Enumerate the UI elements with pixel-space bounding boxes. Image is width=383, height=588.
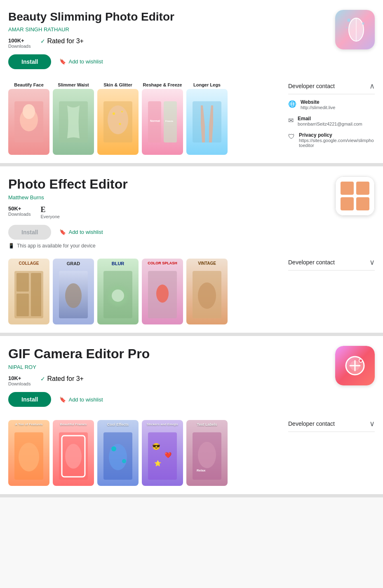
screenshot-img-gif-4: Text Labels Relax	[186, 420, 228, 486]
screenshot-photo-2: BLUR	[97, 259, 139, 324]
screenshot-overlay-gif-3: Stickers and Emojis	[142, 422, 183, 426]
icon-photo-sq-4	[356, 197, 369, 210]
icon-photo-sq-3	[341, 197, 354, 210]
ss-svg-beauty-3: Normal Freeze	[146, 97, 179, 147]
dev-contact-email-beauty: ✉ Email bonnbarriSeitz4221@gmail.com	[288, 116, 375, 126]
screenshot-overlay-photo-3: COLOR SPLASH	[142, 261, 183, 265]
screenshot-gif-2: Cool Effects	[97, 420, 139, 486]
developer-contact-section-beauty: Developer contact ∧ 🌐 Website http://sli…	[280, 78, 375, 154]
dev-contact-text-email-beauty: Email bonnbarriSeitz4221@gmail.com	[298, 116, 375, 126]
wishlist-icon-beauty: 🔖	[59, 58, 66, 65]
developer-contact-header-gif[interactable]: Developer contact ∨	[288, 416, 375, 432]
svg-rect-47	[148, 432, 177, 480]
screenshot-label-beauty-0: Beautify Face	[14, 82, 44, 87]
downloads-value-gif: 10K+	[8, 375, 31, 381]
dev-contact-value-privacy-beauty[interactable]: https://sites.google.com/view/slimphotoe…	[299, 138, 375, 148]
svg-point-24	[65, 283, 82, 308]
svg-rect-18	[193, 101, 221, 142]
svg-point-7	[23, 104, 35, 119]
rating-icon-beauty: ✓	[40, 38, 45, 44]
dev-contact-value-email-beauty[interactable]: bonnbarriSeitz4221@gmail.com	[298, 121, 375, 126]
app-icon-beauty	[335, 10, 375, 49]
app-header-left-photo: Photo Effect Editor Matthew Burns 50K+ D…	[8, 176, 329, 249]
downloads-value-photo: 50K+	[8, 205, 31, 212]
wishlist-button-beauty[interactable]: 🔖 Add to wishlist	[59, 58, 103, 65]
ss-svg-beauty-2	[101, 97, 134, 147]
app-title-gif: GIF Camera Editor Pro	[8, 346, 329, 362]
wishlist-button-gif[interactable]: 🔖 Add to wishlist	[59, 397, 103, 403]
chevron-down-icon-photo: ∨	[369, 258, 375, 267]
rating-text-beauty: Rated for 3+	[47, 37, 84, 45]
available-icon-photo: 📱	[8, 243, 14, 249]
screenshot-label-beauty-3: Reshape & Freeze	[143, 82, 182, 87]
everyone-label-photo: Everyone	[40, 214, 59, 219]
app-content-beauty: Beautify Face Slimmer Waist	[8, 78, 375, 155]
app-content-gif: A Ton of Features Beautiful Frames	[8, 416, 375, 486]
screenshot-beauty-2: Skin & Glitter	[97, 82, 139, 155]
screenshot-gif-1: Beautiful Frames	[53, 420, 94, 486]
icon-gif-bg	[335, 346, 375, 385]
action-row-photo: Install 🔖 Add to wishlist	[8, 225, 329, 240]
svg-rect-20	[16, 273, 29, 292]
developer-contact-section-gif: Developer contact ∨	[280, 416, 375, 432]
developer-contact-title-gif: Developer contact	[288, 420, 335, 427]
svg-point-10	[108, 105, 128, 134]
app-developer-gif[interactable]: NIPAL ROY	[8, 364, 329, 370]
screenshot-img-gif-1: Beautiful Frames	[53, 420, 94, 486]
install-button-beauty[interactable]: Install	[8, 54, 51, 69]
svg-rect-22	[31, 273, 41, 316]
ss-svg-beauty-4	[190, 97, 223, 147]
developer-contact-header-beauty[interactable]: Developer contact ∧	[288, 78, 375, 94]
app-developer-beauty[interactable]: AMAR SINGH RATHAUR	[8, 26, 329, 33]
dev-contact-value-website-beauty[interactable]: http://slimedit.live	[301, 105, 375, 110]
screenshot-overlay-gif-0: A Ton of Features	[8, 422, 49, 426]
screenshot-img-beauty-4	[186, 89, 228, 155]
everyone-badge-photo: E	[40, 205, 59, 214]
chevron-up-icon-beauty: ∧	[369, 82, 375, 91]
chevron-down-icon-gif: ∨	[369, 419, 375, 428]
ss-svg-photo-0	[12, 263, 45, 320]
screenshot-photo-0: COLLAGE	[8, 259, 49, 324]
wishlist-button-photo[interactable]: 🔖 Add to wishlist	[59, 229, 103, 235]
ss-svg-beauty-0	[12, 97, 45, 147]
install-button-photo[interactable]: Install	[8, 225, 51, 240]
svg-point-31	[198, 282, 216, 309]
ss-svg-gif-2	[101, 424, 134, 482]
install-button-gif[interactable]: Install	[8, 392, 51, 407]
dev-contact-label-website-beauty: Website	[301, 99, 375, 105]
app-title-beauty: Beauty Slimming Photo Editor	[8, 10, 329, 24]
screenshot-img-photo-4: VINTAGE	[186, 259, 228, 324]
screenshot-img-gif-0: A Ton of Features	[8, 420, 49, 486]
screenshot-img-photo-1: GRAD	[53, 259, 94, 324]
ss-svg-gif-3: 😎 ❤️ ⭐	[146, 424, 179, 482]
svg-point-37	[360, 359, 362, 362]
screenshot-beauty-3: Reshape & Freeze Normal Freeze	[142, 82, 183, 155]
screenshot-label-beauty-1: Slimmer Waist	[58, 82, 89, 87]
svg-rect-21	[16, 294, 29, 316]
rating-icon-gif: ✓	[40, 376, 45, 382]
app-developer-photo[interactable]: Matthew Burns	[8, 194, 329, 201]
screenshot-img-photo-3: COLOR SPLASH	[142, 259, 183, 324]
svg-point-29	[156, 285, 169, 303]
beauty-icon-svg	[341, 15, 369, 44]
app-content-photo: COLLAGE GRAD	[8, 254, 375, 324]
ss-svg-photo-4	[190, 263, 223, 320]
developer-contact-section-photo: Developer contact ∨	[280, 254, 375, 271]
icon-photo-sq-2	[356, 182, 369, 195]
developer-contact-header-photo[interactable]: Developer contact ∨	[288, 254, 375, 271]
screenshot-img-beauty-3: Normal Freeze	[142, 89, 183, 155]
dev-contact-text-privacy-beauty: Privacy policy https://sites.google.com/…	[299, 132, 375, 148]
dev-contact-website-beauty: 🌐 Website http://slimedit.live	[288, 99, 375, 110]
wishlist-label-beauty: Add to wishlist	[68, 58, 103, 65]
screenshots-section-beauty: Beautify Face Slimmer Waist	[8, 78, 280, 155]
svg-text:❤️: ❤️	[164, 452, 172, 459]
rating-stat-photo: E Everyone	[40, 205, 59, 219]
privacy-icon-beauty: 🛡	[288, 133, 295, 140]
screenshot-gif-0: A Ton of Features	[8, 420, 49, 486]
available-text-photo: This app is available for your device	[17, 243, 96, 249]
ss-svg-photo-3	[146, 263, 179, 320]
screenshot-overlay-photo-1: GRAD	[53, 261, 94, 266]
ss-svg-gif-0	[12, 424, 45, 482]
svg-point-4	[346, 27, 348, 28]
svg-text:Normal: Normal	[150, 119, 160, 122]
